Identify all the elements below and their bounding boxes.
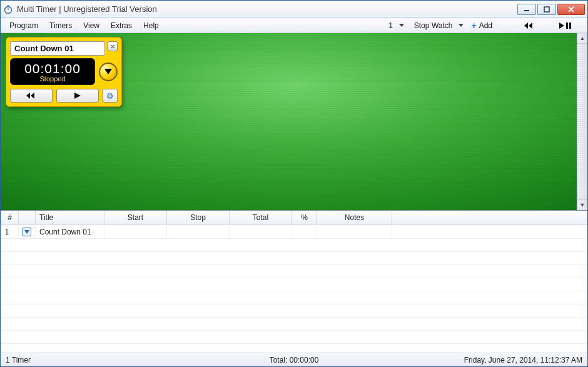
- table-row: .: [1, 239, 587, 252]
- table-row: .: [1, 291, 587, 304]
- col-spacer: [392, 211, 587, 225]
- timer-close-button[interactable]: ✕: [108, 41, 118, 51]
- add-label: Add: [479, 21, 492, 30]
- timer-table: # Title Start Stop Total % Notes 1 Count…: [1, 211, 587, 353]
- timer-settings-button[interactable]: ⚙: [103, 89, 118, 103]
- svg-rect-11: [569, 23, 571, 29]
- menu-extras[interactable]: Extras: [106, 19, 137, 32]
- workspace[interactable]: Count Down 01 ✕ 00:01:00 Stopped ⚙ ▲ ▼: [1, 33, 587, 211]
- cell-start: [104, 225, 167, 239]
- cell-title: Count Down 01: [36, 225, 104, 239]
- svg-marker-12: [31, 93, 34, 99]
- col-start[interactable]: Start: [104, 211, 167, 225]
- table-row: .: [1, 331, 587, 344]
- mode-dropdown[interactable]: Stop Watch: [408, 21, 467, 30]
- timer-display: 00:01:00 Stopped: [10, 58, 95, 85]
- table-row: .: [1, 265, 587, 278]
- table-row: .: [1, 304, 587, 318]
- col-notes[interactable]: Notes: [317, 211, 392, 225]
- rewind-button[interactable]: [517, 21, 541, 31]
- table-row: .: [1, 344, 587, 353]
- col-total[interactable]: Total: [230, 211, 292, 225]
- cell-icon: [19, 225, 36, 239]
- table-row[interactable]: 1 Count Down 01: [1, 225, 587, 239]
- col-pct[interactable]: %: [292, 211, 317, 225]
- col-num[interactable]: #: [1, 211, 19, 225]
- col-stop[interactable]: Stop: [167, 211, 230, 225]
- count-value: 1: [385, 21, 397, 30]
- cell-pct: [292, 225, 317, 239]
- status-center: Total: 00:00:00: [198, 356, 390, 364]
- statusbar: 1 Timer Total: 00:00:00 Friday, June 27,…: [1, 353, 587, 366]
- table-row: .: [1, 318, 587, 331]
- count-dropdown[interactable]: 1: [382, 21, 407, 30]
- app-window: Multi Timer | Unregistered Trial Version…: [0, 0, 588, 367]
- chevron-down-icon: [459, 24, 464, 27]
- svg-marker-8: [524, 23, 528, 29]
- mode-value: Stop Watch: [410, 21, 457, 30]
- timer-status: Stopped: [11, 75, 94, 83]
- play-pause-button[interactable]: [552, 21, 579, 31]
- menu-timers[interactable]: Timers: [44, 19, 77, 32]
- menu-view[interactable]: View: [78, 19, 104, 32]
- timer-rewind-button[interactable]: [10, 89, 53, 103]
- timer-dropdown-button[interactable]: [99, 63, 118, 81]
- plus-icon: +: [471, 21, 476, 31]
- status-right: Friday, June 27, 2014, 11:12:37 AM: [390, 356, 582, 364]
- maximize-button[interactable]: [537, 4, 556, 15]
- triangle-down-icon: [104, 69, 112, 74]
- menu-help[interactable]: Help: [138, 19, 164, 32]
- menu-program[interactable]: Program: [4, 19, 43, 32]
- cell-stop: [167, 225, 230, 239]
- close-button[interactable]: [557, 4, 585, 15]
- col-icon[interactable]: [19, 211, 36, 225]
- cell-notes: [317, 225, 392, 239]
- app-icon: [3, 4, 13, 14]
- table-row: .: [1, 252, 587, 265]
- vertical-scrollbar[interactable]: ▲ ▼: [577, 33, 587, 210]
- minimize-button[interactable]: [517, 4, 536, 15]
- svg-rect-1: [8, 5, 9, 6]
- svg-rect-10: [566, 23, 568, 29]
- timer-widget[interactable]: Count Down 01 ✕ 00:01:00 Stopped ⚙: [6, 37, 122, 107]
- table-header: # Title Start Stop Total % Notes: [1, 211, 587, 225]
- svg-marker-7: [529, 23, 532, 29]
- menubar: Program Timers View Extras Help 1 Stop W…: [1, 18, 587, 33]
- titlebar[interactable]: Multi Timer | Unregistered Trial Version: [1, 1, 587, 18]
- timer-title[interactable]: Count Down 01: [10, 41, 105, 56]
- add-button[interactable]: +Add: [467, 19, 496, 32]
- status-left: 1 Timer: [6, 356, 198, 364]
- window-title: Multi Timer | Unregistered Trial Version: [17, 4, 517, 14]
- svg-rect-4: [544, 7, 549, 12]
- gear-icon: ⚙: [106, 91, 114, 101]
- chevron-down-icon: [399, 24, 404, 27]
- svg-marker-9: [559, 23, 564, 29]
- col-title[interactable]: Title: [36, 211, 104, 225]
- svg-marker-14: [74, 93, 81, 99]
- countdown-icon: [23, 228, 31, 236]
- cell-num: 1: [1, 225, 19, 239]
- window-controls: [517, 4, 585, 15]
- scroll-up-icon[interactable]: ▲: [577, 33, 587, 44]
- timer-time: 00:01:00: [11, 61, 94, 76]
- scroll-down-icon[interactable]: ▼: [577, 199, 587, 210]
- timer-play-button[interactable]: [56, 89, 99, 103]
- table-row: .: [1, 278, 587, 291]
- svg-marker-13: [26, 93, 30, 99]
- cell-total: [230, 225, 292, 239]
